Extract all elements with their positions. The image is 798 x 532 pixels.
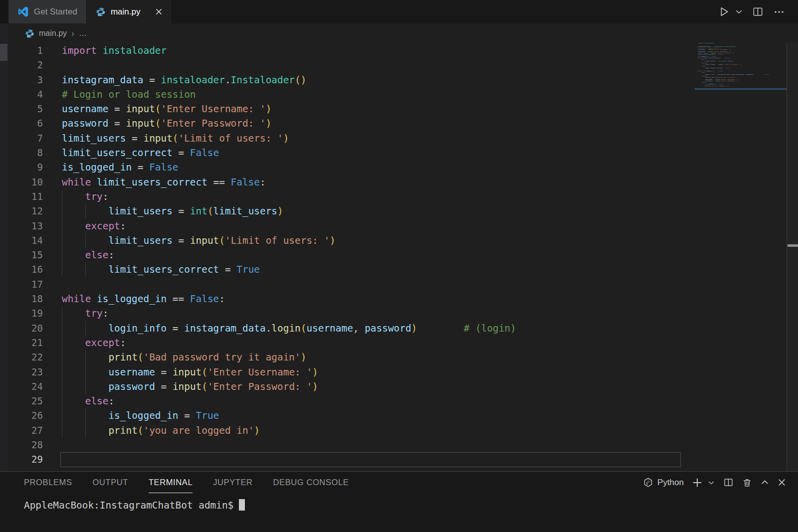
breadcrumb-python-icon (25, 29, 34, 38)
line-number: 25 (8, 394, 43, 408)
scrollbar-cursor-mark (788, 244, 798, 247)
line-number: 9 (8, 160, 43, 175)
code-line[interactable]: 24password = input('Enter Password: ') (8, 379, 787, 394)
breadcrumb-file[interactable]: main.py (39, 29, 67, 38)
line-number: 23 (8, 365, 43, 379)
bottom-panel: PROBLEMS OUTPUT TERMINAL JUPYTER DEBUG C… (0, 471, 798, 532)
panel-tab-terminal[interactable]: TERMINAL (149, 472, 193, 493)
code-line[interactable]: 16limit_users_correct = True (8, 262, 787, 277)
tab-label: Get Started (34, 7, 77, 17)
code-line[interactable]: 5username = input('Enter Username: ') (8, 102, 787, 116)
minimap[interactable]: import instaloaderinstagram_data = insta… (695, 42, 787, 95)
python-icon (96, 7, 106, 17)
code-line[interactable]: 29 (8, 452, 787, 467)
tab-label: main.py (111, 7, 141, 17)
close-panel-button[interactable] (778, 478, 786, 487)
code-line[interactable]: 11try: (8, 189, 787, 204)
panel-tab-jupyter[interactable]: JUPYTER (213, 472, 252, 493)
panel-header: PROBLEMS OUTPUT TERMINAL JUPYTER DEBUG C… (0, 472, 798, 493)
code-line[interactable]: 17 (8, 277, 787, 292)
code-line[interactable]: 9is_logged_in = False (8, 160, 787, 175)
line-number: 4 (8, 87, 43, 102)
code-line[interactable]: 26is_logged_in = True (8, 408, 787, 423)
code-area[interactable]: 1import instaloader23instagram_data = in… (8, 43, 787, 471)
line-number: 6 (8, 116, 43, 131)
code-line[interactable]: 20login_info = instagram_data.login(user… (8, 321, 787, 336)
workbench: main.py › … 1import instaloader23instagr… (0, 23, 798, 471)
code-line[interactable]: 18while is_logged_in == False: (8, 292, 787, 306)
breadcrumb-ellipsis[interactable]: … (79, 29, 87, 38)
code-line[interactable]: 2 (8, 58, 787, 72)
editor-scrollbar[interactable] (787, 42, 798, 471)
code-line[interactable]: 7limit_users = input('Limit of users: ') (8, 131, 787, 146)
more-actions-button[interactable] (773, 6, 785, 18)
minimap-current-line (695, 88, 787, 90)
code-line[interactable]: 12limit_users = int(limit_users) (8, 204, 787, 218)
shell-selector[interactable]: $ Python (643, 477, 684, 488)
left-strip (0, 23, 8, 471)
line-number: 3 (8, 73, 43, 87)
line-number: 22 (8, 350, 43, 364)
shell-label: Python (657, 478, 684, 488)
breadcrumb[interactable]: main.py › … (8, 23, 798, 43)
code-line[interactable]: 14limit_users = input('Limit of users: '… (8, 233, 787, 248)
terminal-prompt: AppleMacBook:InstagramChatBot admin$ (24, 500, 233, 511)
run-dropdown-chevron-icon[interactable] (735, 8, 743, 15)
line-number: 26 (8, 408, 43, 423)
line-number: 5 (8, 102, 43, 116)
code-line[interactable]: 10while limit_users_correct == False: (8, 175, 787, 189)
minimap-content: import instaloaderinstagram_data = insta… (695, 42, 787, 90)
kill-terminal-button[interactable] (742, 478, 752, 488)
chevron-up-icon (761, 478, 769, 487)
code-line[interactable]: 19try: (8, 306, 787, 321)
editor: main.py › … 1import instaloader23instagr… (8, 23, 798, 471)
plus-icon (692, 478, 702, 488)
code-line[interactable]: 13except: (8, 219, 787, 233)
vscode-window: Get Started main.py (0, 0, 798, 532)
code-line[interactable]: 1import instaloader (8, 43, 787, 58)
panel-tab-output[interactable]: OUTPUT (93, 472, 128, 493)
terminal-dropdown-chevron-icon[interactable] (708, 479, 715, 486)
line-number: 29 (8, 452, 43, 467)
code-line[interactable]: 3instagram_data = instaloader.Instaloade… (8, 73, 787, 87)
maximize-panel-button[interactable] (761, 478, 769, 487)
shell-box-icon: $ (643, 477, 653, 488)
line-number: 28 (8, 438, 43, 452)
line-number: 19 (8, 306, 43, 321)
split-terminal-button[interactable] (723, 477, 734, 488)
line-number: 11 (8, 189, 43, 204)
line-number: 8 (8, 146, 43, 160)
split-editor-button[interactable] (752, 6, 764, 17)
line-number: 14 (8, 233, 43, 248)
tab-get-started[interactable]: Get Started (8, 0, 87, 23)
code-line[interactable]: 8limit_users_correct = False (8, 146, 787, 160)
editor-actions (718, 0, 798, 23)
tab-main-py[interactable]: main.py (87, 0, 173, 23)
code-line[interactable]: 6password = input('Enter Password: ') (8, 116, 787, 131)
line-number: 24 (8, 379, 43, 394)
code-line[interactable]: 25else: (8, 394, 787, 408)
terminal[interactable]: AppleMacBook:InstagramChatBot admin$ (0, 493, 798, 511)
run-button[interactable] (718, 5, 730, 18)
code-line[interactable]: 27print('you are logged in') (8, 423, 787, 438)
line-number: 1 (8, 43, 43, 58)
strip-handle[interactable] (0, 44, 7, 61)
code-line[interactable]: 28 (8, 438, 787, 452)
line-number: 10 (8, 175, 43, 189)
tabbar-left-corner (0, 0, 8, 23)
line-number: 12 (8, 204, 43, 218)
code-line[interactable]: 21except: (8, 336, 787, 350)
close-tab-icon[interactable] (155, 8, 163, 15)
code-line[interactable]: 4# Login or load session (8, 87, 787, 102)
code-line[interactable]: 15else: (8, 248, 787, 262)
new-terminal-button[interactable] (692, 478, 702, 488)
code-line[interactable]: 23username = input('Enter Username: ') (8, 365, 787, 379)
terminal-cursor (239, 499, 245, 511)
breadcrumb-separator-icon: › (71, 28, 74, 39)
panel-tab-problems[interactable]: PROBLEMS (24, 472, 72, 493)
code-line[interactable]: 22print('Bad password try it again') (8, 350, 787, 364)
line-number: 17 (8, 277, 43, 292)
line-number: 21 (8, 336, 43, 350)
panel-tab-debug-console[interactable]: DEBUG CONSOLE (273, 472, 349, 493)
trash-icon (742, 478, 752, 488)
